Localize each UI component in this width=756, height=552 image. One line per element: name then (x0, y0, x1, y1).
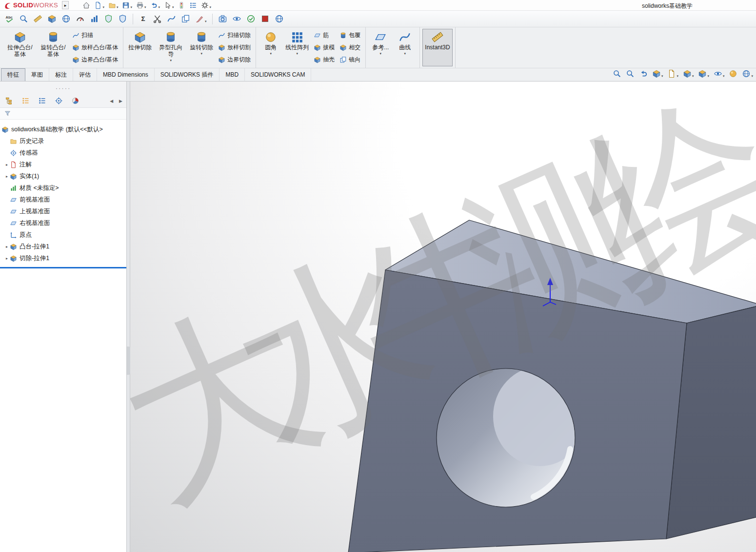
home-icon[interactable] (82, 1, 90, 9)
tree-item-7[interactable]: 上视基准面 (0, 205, 126, 217)
menu-flyout-icon[interactable]: ▸ (62, 1, 69, 9)
propertymanager-icon[interactable] (21, 97, 30, 105)
apply-scene-view-icon[interactable]: ▾ (742, 69, 753, 78)
measure-icon[interactable] (32, 13, 43, 24)
zoom-to-fit-icon[interactable] (613, 69, 621, 78)
find-replace-icon[interactable] (18, 13, 29, 24)
panel-resize-grip[interactable]: ····· (0, 82, 126, 94)
rollback-bar[interactable] (0, 267, 126, 268)
statistics-icon[interactable] (89, 13, 100, 24)
extruded-cut-button[interactable]: 拉伸切除 (126, 29, 154, 66)
lofted-boss-button[interactable]: 放样凸台/基体 (71, 43, 119, 52)
tree-item-11[interactable]: ▸切除-拉伸1 (0, 252, 126, 264)
tree-item-5[interactable]: 材质 <未指定> (0, 182, 126, 194)
tab-markup[interactable]: 标注 (49, 68, 73, 81)
panel-splitter[interactable] (127, 82, 130, 552)
view-orientation-icon[interactable]: ▾ (683, 69, 694, 78)
design-checker-icon[interactable] (117, 13, 128, 24)
tree-item-8[interactable]: 右视基准面 (0, 217, 126, 229)
verification-icon[interactable] (245, 13, 257, 24)
spell-check-icon[interactable] (4, 13, 15, 24)
previous-view-icon[interactable] (639, 69, 648, 78)
options-icon[interactable]: ▾ (201, 1, 211, 9)
tree-item-3[interactable]: ▸注解 (0, 159, 126, 170)
draft-button[interactable]: 拔模 (312, 43, 336, 52)
tab-evaluate[interactable]: 评估 (73, 68, 97, 81)
check-active-document-icon[interactable] (103, 13, 114, 24)
dynamic-annotation-views-icon[interactable]: ▾ (667, 69, 678, 78)
apply-scene-icon[interactable] (274, 13, 285, 24)
linear-pattern-button[interactable]: 线性阵列 ▾ (283, 29, 311, 66)
new-document-icon[interactable]: ▾ (94, 1, 104, 9)
tree-item-0[interactable]: solidworks基础教学 (默认<<默认> (0, 123, 126, 135)
chevron-down-icon: ▾ (404, 52, 406, 56)
featuremanager-design-tree-icon[interactable] (5, 97, 13, 105)
fillet-button[interactable]: 圆角 ▾ (259, 29, 283, 66)
print-icon[interactable]: ▾ (136, 1, 146, 9)
save-icon[interactable]: ▾ (122, 1, 132, 9)
undo-icon[interactable]: ▾ (150, 1, 160, 9)
screen-capture-icon[interactable] (217, 13, 228, 24)
panel-collapse-handle[interactable] (127, 347, 130, 375)
wrap-button[interactable]: 包覆 (338, 31, 362, 40)
boundary-boss-button[interactable]: 边界凸台/基体 (71, 55, 119, 64)
section-view-icon[interactable]: ▾ (652, 69, 663, 78)
tree-item-1[interactable]: 历史记录 (0, 135, 126, 147)
reference-geometry-button[interactable]: 参考... ▾ (368, 29, 393, 66)
hide-show-items-icon[interactable]: ▾ (714, 69, 725, 78)
swept-cut-button[interactable]: 扫描切除 (217, 31, 252, 40)
lofted-cut-button[interactable]: 放样切割 (217, 43, 252, 52)
configurationmanager-icon[interactable] (38, 97, 46, 105)
rib-button[interactable]: 筋 (312, 31, 336, 40)
intersect-button[interactable]: 相交 (338, 43, 362, 52)
expand-arrow-icon[interactable]: ▸ (4, 174, 10, 179)
hole-wizard-button[interactable]: 异型孔向导 ▾ (154, 29, 187, 66)
curves-button[interactable]: 曲线 ▾ (393, 29, 417, 66)
tab-solidworks-addins[interactable]: SOLIDWORKS 插件 (155, 68, 220, 81)
expand-arrow-icon[interactable]: ▸ (4, 256, 10, 261)
tab-solidworks-cam[interactable]: SOLIDWORKS CAM (245, 68, 311, 81)
mass-properties-icon[interactable] (46, 13, 58, 24)
tree-item-6[interactable]: 前视基准面 (0, 194, 126, 205)
tab-mbd[interactable]: MBD (219, 68, 245, 81)
section-properties-icon[interactable] (60, 13, 72, 24)
boss-extrude-button[interactable]: 拉伸凸台/基体 (3, 29, 37, 66)
display-style-icon[interactable]: ▾ (698, 69, 709, 78)
tree-item-10[interactable]: ▸凸台-拉伸1 (0, 241, 126, 252)
instant3d-button[interactable]: Instant3D (422, 29, 452, 66)
open-document-icon[interactable]: ▾ (108, 1, 119, 9)
expand-arrow-icon[interactable]: ▸ (4, 245, 10, 249)
trim-entities-icon[interactable] (152, 13, 163, 24)
tree-item-2[interactable]: 传感器 (0, 147, 126, 159)
boundary-cut-button[interactable]: 边界切除 (217, 55, 252, 64)
performance-evaluation-icon[interactable] (75, 13, 86, 24)
tab-mbd-dimensions[interactable]: MBD Dimensions (97, 68, 155, 81)
tab-sketch[interactable]: 草图 (25, 68, 49, 81)
mirror-button[interactable]: 镜向 (338, 55, 362, 64)
tree-item-9[interactable]: 原点 (0, 229, 126, 241)
equations-icon[interactable] (138, 13, 149, 24)
panel-tab-next-button[interactable]: ▶ (118, 98, 123, 104)
convert-entities-icon[interactable] (166, 13, 177, 24)
select-icon[interactable]: ▾ (164, 1, 174, 9)
zoom-to-area-icon[interactable] (626, 69, 635, 78)
displaymanager-icon[interactable] (71, 97, 80, 105)
graphics-area[interactable]: 大水牛测绘 (130, 82, 756, 552)
offset-entities-icon[interactable] (180, 13, 191, 24)
shell-button[interactable]: 抽壳 (312, 55, 336, 64)
file-properties-icon[interactable] (189, 1, 197, 9)
dimxpertmanager-icon[interactable] (55, 97, 63, 105)
expand-arrow-icon[interactable]: ▸ (4, 163, 10, 167)
copy-appearance-icon[interactable]: ▾ (194, 13, 208, 24)
tab-features[interactable]: 特征 (1, 68, 25, 81)
edit-appearance-icon[interactable] (729, 69, 737, 78)
panel-tab-prev-button[interactable]: ◀ (109, 98, 114, 104)
display-settings-icon[interactable] (178, 1, 185, 9)
swept-boss-button[interactable]: 扫描 (71, 31, 119, 40)
revolved-cut-button[interactable]: 旋转切除 ▾ (187, 29, 216, 66)
revolved-boss-button[interactable]: 旋转凸台/基体 (37, 29, 70, 66)
tree-item-4[interactable]: ▸实体(1) (0, 170, 126, 182)
tree-filter[interactable] (0, 108, 126, 120)
edit-color-icon[interactable] (259, 13, 271, 24)
3d-drawing-view-icon[interactable] (231, 13, 242, 24)
